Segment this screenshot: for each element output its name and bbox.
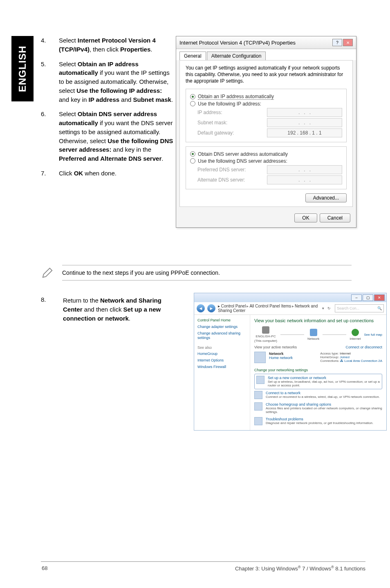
node-sublabel: (This computer) (254, 339, 277, 343)
dialog-description: You can get IP settings assigned automat… (186, 65, 347, 85)
step-4-number: 4. (41, 36, 59, 54)
bc-item[interactable]: All Control Panel Items (249, 304, 291, 308)
minimize-icon[interactable]: – (351, 294, 362, 301)
t: . (161, 155, 163, 162)
radio-use-following-dns[interactable]: Use the following DNS server addresses: (190, 158, 342, 164)
advanced-button[interactable]: Advanced... (305, 193, 347, 202)
view-active-networks-label: View your active networks (254, 345, 297, 349)
task-desc: Access files and printers located on oth… (266, 406, 382, 414)
sidebar-windows-firewall[interactable]: Windows Firewall (197, 365, 247, 369)
t: Click (59, 170, 74, 177)
radio-label: Obtain DNS server address automatically (198, 151, 288, 157)
connection-link[interactable]: Local Area Connection 2A (344, 359, 382, 363)
t: and key in (59, 96, 89, 103)
task-desc: Connect or reconnect to a wireless, wire… (266, 395, 380, 399)
t: . (171, 96, 173, 103)
back-icon[interactable]: ◄ (197, 304, 205, 312)
task-title: Connect to a network (266, 391, 380, 395)
radio-icon (190, 94, 195, 99)
ipv4-properties-figure: Internet Protocol Version 4 (TCP/IPv4) P… (176, 36, 360, 228)
task-desc: Set up a wireless, broadband, dial-up, a… (268, 380, 380, 387)
preferred-dns-label: Preferred DNS server: (197, 167, 267, 173)
alternate-dns-label: Alternate DNS server: (197, 177, 267, 183)
task-troubleshoot[interactable]: Troubleshoot problemsDiagnose and repair… (254, 415, 382, 427)
t: Return to the (63, 297, 100, 304)
t: and then click (83, 306, 123, 313)
t: Select (59, 37, 78, 44)
homegroup-label: HomeGroup: (320, 355, 339, 359)
node-this-pc: ENGLISH-PC(This computer) (254, 326, 277, 343)
help-icon[interactable]: ? (332, 39, 342, 46)
t: OK (74, 170, 83, 177)
see-full-map-link[interactable]: See full map (364, 333, 382, 337)
step-4-text: Select Internet Protocol Version 4 (TCP/… (59, 36, 173, 54)
ip-address-label: IP address: (197, 110, 267, 115)
homegroup-icon (254, 402, 262, 411)
t: Chapter 3: Using Windows (235, 566, 298, 572)
task-setup-new-connection[interactable]: Set up a new connection or networkSet up… (254, 374, 382, 389)
cancel-button[interactable]: Cancel (320, 213, 350, 222)
sidebar-change-sharing[interactable]: Change advanced sharing settings (197, 331, 247, 340)
troubleshoot-icon (254, 417, 262, 425)
radio-obtain-dns-auto[interactable]: Obtain DNS server address automatically (190, 151, 342, 157)
radio-obtain-ip-auto[interactable]: Obtain an IP address automatically (190, 94, 342, 100)
subnet-mask-label: Subnet mask: (197, 120, 267, 126)
tab-alternate-configuration[interactable]: Alternate Configuration (207, 52, 266, 60)
dialog-title: Internet Protocol Version 4 (TCP/IPv4) P… (179, 40, 296, 46)
homegroup-link[interactable]: Joined (340, 355, 350, 359)
t: Preferred and Alternate DNS server (59, 155, 161, 162)
alternate-dns-input[interactable]: ... (267, 175, 342, 184)
close-icon[interactable]: ✕ (374, 294, 385, 301)
close-icon[interactable]: ✕ (343, 39, 353, 46)
t: . (150, 46, 152, 53)
t: ® (331, 565, 334, 569)
node-network: Network (307, 329, 319, 341)
network-type-link[interactable]: Home network (269, 356, 293, 360)
bc-item[interactable]: Control Panel (221, 304, 246, 308)
radio-use-following-ip[interactable]: Use the following IP address: (190, 101, 342, 107)
step-8: 8. Return to the Network and Sharing Cen… (41, 296, 177, 323)
task-homegroup-sharing[interactable]: Choose homegroup and sharing optionsAcce… (254, 401, 382, 415)
sidebar-homegroup[interactable]: HomeGroup (197, 352, 247, 356)
maximize-icon[interactable]: ▢ (363, 294, 373, 301)
t: 8.1 functions (334, 566, 365, 572)
t: Properties (120, 46, 150, 53)
radio-label: Obtain an IP address automatically (198, 94, 274, 99)
nav-bar: ◄ ► ▸ Control Panel▸All Control Panel It… (194, 302, 386, 315)
preferred-dns-input[interactable]: ... (267, 165, 342, 174)
radio-icon (190, 151, 195, 157)
radio-label: Use the following DNS server addresses: (198, 158, 287, 164)
breadcrumb[interactable]: ▸ Control Panel▸All Control Panel Items▸… (218, 304, 319, 313)
network-status-icon (254, 352, 266, 363)
task-connect-network[interactable]: Connect to a networkConnect or reconnect… (254, 389, 382, 401)
ip-address-input[interactable]: ... (267, 108, 342, 117)
search-input[interactable]: Search Con...🔍 (335, 304, 384, 312)
connections-label: Connections: (320, 359, 339, 363)
node-label: ENGLISH-PC (256, 334, 276, 338)
step-6-number: 6. (41, 110, 59, 163)
t: and (119, 96, 133, 103)
sidebar-internet-options[interactable]: Internet Options (197, 358, 247, 363)
t: Select (59, 110, 78, 117)
search-placeholder: Search Con... (337, 306, 359, 310)
task-desc: Diagnose and repair network problems, or… (266, 421, 373, 425)
connect-network-icon (254, 391, 262, 399)
tab-general[interactable]: General (179, 52, 206, 60)
forward-icon[interactable]: ► (207, 304, 215, 312)
sidebar-change-adapter[interactable]: Change adapter settings (197, 325, 247, 329)
subnet-mask-input[interactable]: ... (267, 118, 342, 127)
default-gateway-input[interactable]: 192 . 168 . 1 . 1 (267, 128, 342, 137)
search-icon: 🔍 (377, 306, 382, 310)
dns-group: Obtain DNS server address automatically … (186, 146, 347, 189)
page-number: 68 (42, 565, 47, 572)
step-8-number: 8. (41, 296, 59, 323)
t: IP address (89, 96, 120, 103)
step-5-number: 5. (41, 60, 59, 104)
t: Use the following IP address: (76, 87, 162, 94)
ok-button[interactable]: OK (294, 213, 317, 222)
ipv4-dialog: Internet Protocol Version 4 (TCP/IPv4) P… (176, 36, 356, 228)
access-type-value: Internet (340, 352, 351, 355)
t: Select (59, 61, 78, 67)
connect-disconnect-link[interactable]: Connect or disconnect (345, 345, 382, 349)
sidebar-home[interactable]: Control Panel Home (197, 318, 247, 322)
